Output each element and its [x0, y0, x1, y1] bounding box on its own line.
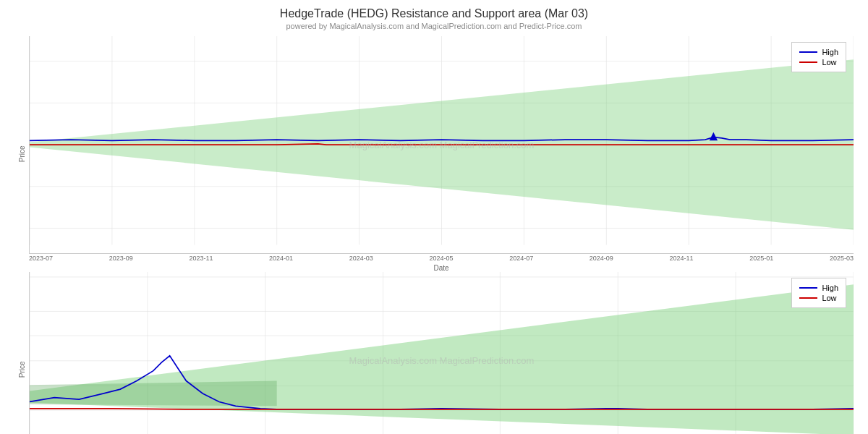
bottom-chart-legend: High Low [791, 278, 846, 308]
low-line-sample [799, 61, 817, 63]
chart-title: HedgeTrade (HEDG) Resistance and Support… [14, 7, 854, 20]
legend-low-label-2: Low [822, 294, 836, 302]
bottom-chart-container: Price High Low Mag [14, 272, 854, 434]
top-chart-inner: High Low MagicalAnalysis.com MagicalPred… [29, 36, 854, 254]
charts-wrapper: Price High Low Mag [14, 36, 854, 434]
chart-subtitle: powered by MagicalAnalysis.com and Magic… [14, 22, 854, 30]
legend-high-label: High [822, 48, 838, 56]
top-chart-legend: High Low [791, 42, 846, 72]
legend-high-2: High [799, 284, 838, 292]
legend-high-label-2: High [822, 284, 838, 292]
bottom-chart-svg [30, 272, 854, 434]
high-line-sample-2 [799, 287, 817, 289]
bottom-chart-inner: High Low MagicalAnalysis.com MagicalPred… [29, 272, 854, 434]
bottom-y-label: Price [14, 272, 29, 434]
main-container: HedgeTrade (HEDG) Resistance and Support… [0, 0, 868, 434]
legend-low-label: Low [822, 58, 836, 67]
high-line-sample [799, 51, 817, 53]
green-dark-overlay [30, 381, 277, 407]
top-chart-container: Price High Low Mag [14, 36, 854, 272]
green-cone-bottom [30, 284, 854, 434]
legend-high: High [799, 48, 838, 56]
legend-low: Low [799, 58, 838, 67]
legend-low-2: Low [799, 294, 838, 302]
top-x-axis-label: Date [29, 263, 854, 272]
top-y-label: Price [14, 36, 29, 272]
top-chart-svg: 1.0 0.5 0.0 -0.5 -1.0 [30, 36, 854, 253]
top-x-axis: 2023-07 2023-09 2023-11 2024-01 2024-03 … [29, 254, 854, 263]
low-line-sample-2 [799, 297, 817, 299]
